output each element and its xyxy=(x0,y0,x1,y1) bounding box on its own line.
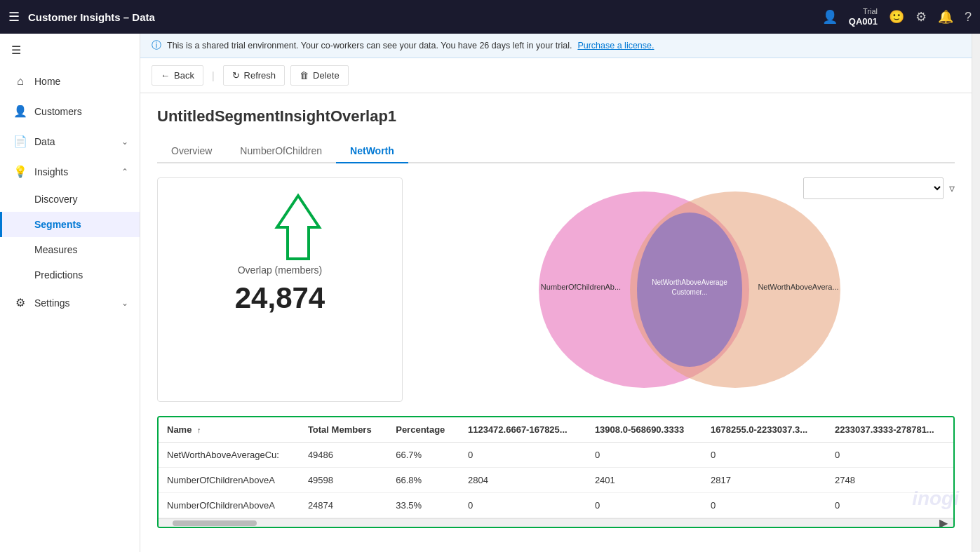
table-row[interactable]: NetWorthAboveAverageCu:4948666.7%0000 xyxy=(159,443,953,468)
info-icon: ⓘ xyxy=(152,39,161,52)
smiley-icon[interactable]: 🙂 xyxy=(889,9,904,25)
refresh-button[interactable]: ↻ Refresh xyxy=(223,65,286,86)
back-button[interactable]: ← Back xyxy=(152,65,203,86)
cell-col5: 0 xyxy=(586,443,702,468)
chevron-down-icon-settings: ⌄ xyxy=(121,298,128,308)
chevron-down-icon: ⌄ xyxy=(121,137,128,147)
settings-icon[interactable]: ⚙ xyxy=(915,9,927,25)
cell-col4: 2804 xyxy=(459,468,586,493)
separator: | xyxy=(212,70,215,81)
cell-name: NumberOfChildrenAboveA xyxy=(159,468,300,493)
scroll-thumb[interactable] xyxy=(173,520,257,526)
overlap-label: Overlap (members) xyxy=(238,264,323,276)
viz-section: ▿ Overlap (members) 24,874 xyxy=(157,177,955,402)
sidebar-item-label: Insights xyxy=(34,166,68,177)
sidebar-item-measures[interactable]: Measures xyxy=(0,237,140,262)
cell-col6: 0 xyxy=(702,493,826,518)
visualization-area: Overlap (members) 24,874 xyxy=(157,177,955,402)
user-icon: 👤 xyxy=(822,9,838,25)
sidebar: ☰ ⌂ Home 👤 Customers 📄 Data ⌄ 💡 Insights… xyxy=(0,34,140,552)
sidebar-item-data[interactable]: 📄 Data ⌄ xyxy=(0,126,140,156)
sort-icon: ↑ xyxy=(197,426,201,434)
data-table-container: Name ↑ Total Members Percentage 1123472.… xyxy=(157,416,955,528)
sidebar-item-settings[interactable]: ⚙ Settings ⌄ xyxy=(0,288,140,318)
venn-diagram: NumberOfChildrenAb... NetWorthAboveAvera… xyxy=(417,177,955,402)
sidebar-item-customers[interactable]: 👤 Customers xyxy=(0,96,140,126)
purchase-link[interactable]: Purchase a license. xyxy=(577,41,654,51)
page-title: UntitledSegmentInsightOverlap1 xyxy=(157,107,955,126)
cell-name: NetWorthAboveAverageCu: xyxy=(159,443,300,468)
trash-icon: 🗑 xyxy=(300,70,309,81)
col-header-col5[interactable]: 13908.0-568690.3333 xyxy=(586,417,702,443)
help-icon[interactable]: ? xyxy=(965,10,972,25)
delete-button[interactable]: 🗑 Delete xyxy=(290,65,349,86)
cell-col5: 2401 xyxy=(586,468,702,493)
col-header-percentage[interactable]: Percentage xyxy=(387,417,459,443)
trial-info: Trial QA001 xyxy=(849,7,878,27)
col-header-col7[interactable]: 2233037.3333-278781... xyxy=(826,417,953,443)
cell-percentage: 66.7% xyxy=(387,443,459,468)
sidebar-item-label: Measures xyxy=(34,244,77,255)
back-icon: ← xyxy=(161,70,170,81)
sidebar-item-label: Discovery xyxy=(34,194,77,205)
cell-name: NumberOfChildrenAboveA xyxy=(159,493,300,518)
gear-icon: ⚙ xyxy=(13,296,27,309)
sidebar-item-predictions[interactable]: Predictions xyxy=(0,262,140,288)
refresh-icon: ↻ xyxy=(232,70,240,81)
arrow-annotation xyxy=(270,192,326,264)
tab-numberOfChildren[interactable]: NumberOfChildren xyxy=(226,140,336,163)
insights-icon: 💡 xyxy=(13,165,27,178)
banner-message: This is a shared trial environment. Your… xyxy=(167,41,572,51)
col-header-totalMembers[interactable]: Total Members xyxy=(300,417,387,443)
col-header-name[interactable]: Name ↑ xyxy=(159,417,300,443)
scroll-right-icon[interactable]: ▶ xyxy=(939,516,948,528)
toolbar: ← Back | ↻ Refresh 🗑 Delete xyxy=(140,58,972,93)
col-header-col6[interactable]: 1678255.0-2233037.3... xyxy=(702,417,826,443)
tab-bar: Overview NumberOfChildren NetWorth xyxy=(157,140,955,163)
sidebar-item-home[interactable]: ⌂ Home xyxy=(0,67,140,96)
tab-netWorth[interactable]: NetWorth xyxy=(336,140,408,163)
cell-percentage: 33.5% xyxy=(387,493,459,518)
right-scrollbar[interactable] xyxy=(972,34,980,552)
app-title: Customer Insights – Data xyxy=(28,11,814,23)
sidebar-item-label: Settings xyxy=(34,297,70,309)
sidebar-item-discovery[interactable]: Discovery xyxy=(0,187,140,212)
sidebar-item-label: Segments xyxy=(34,219,81,230)
svg-text:NetWorthAboveAvera...: NetWorthAboveAvera... xyxy=(758,283,838,291)
cell-col7: 2748 xyxy=(826,468,953,493)
cell-col7: 0 xyxy=(826,443,953,468)
cell-col5: 0 xyxy=(586,493,702,518)
cell-col6: 0 xyxy=(702,443,826,468)
sidebar-item-label: Home xyxy=(34,76,60,87)
bell-icon[interactable]: 🔔 xyxy=(938,9,953,25)
sidebar-toggle[interactable]: ☰ xyxy=(0,34,140,67)
chevron-up-icon: ⌃ xyxy=(121,167,128,177)
hamburger-icon[interactable]: ☰ xyxy=(8,9,20,25)
sidebar-item-label: Data xyxy=(34,136,55,147)
sidebar-item-label: Predictions xyxy=(34,269,83,281)
tab-overview[interactable]: Overview xyxy=(157,140,226,163)
overlap-value: 24,874 xyxy=(235,281,325,315)
horizontal-scrollbar[interactable]: ▶ xyxy=(159,518,953,527)
cell-col4: 0 xyxy=(459,493,586,518)
data-icon: 📄 xyxy=(13,135,27,148)
topbar: ☰ Customer Insights – Data 👤 Trial QA001… xyxy=(0,0,980,34)
sidebar-item-segments[interactable]: Segments xyxy=(0,212,140,237)
data-table: Name ↑ Total Members Percentage 1123472.… xyxy=(159,417,953,518)
cell-col4: 0 xyxy=(459,443,586,468)
cell-totalMembers: 49598 xyxy=(300,468,387,493)
cell-totalMembers: 49486 xyxy=(300,443,387,468)
customers-icon: 👤 xyxy=(13,105,27,118)
table-row[interactable]: NumberOfChildrenAboveA2487433.5%0000 xyxy=(159,493,953,518)
cell-col6: 2817 xyxy=(702,468,826,493)
svg-text:NumberOfChildrenAb...: NumberOfChildrenAb... xyxy=(540,283,620,291)
svg-text:Customer...: Customer... xyxy=(671,288,707,296)
home-icon: ⌂ xyxy=(13,75,27,88)
col-header-col4[interactable]: 1123472.6667-167825... xyxy=(459,417,586,443)
sidebar-item-insights[interactable]: 💡 Insights ⌃ xyxy=(0,156,140,187)
info-banner: ⓘ This is a shared trial environment. Yo… xyxy=(140,34,972,58)
cell-percentage: 66.8% xyxy=(387,468,459,493)
sidebar-item-label: Customers xyxy=(34,106,82,117)
cell-col7: 0 xyxy=(826,493,953,518)
table-row[interactable]: NumberOfChildrenAboveA4959866.8%28042401… xyxy=(159,468,953,493)
